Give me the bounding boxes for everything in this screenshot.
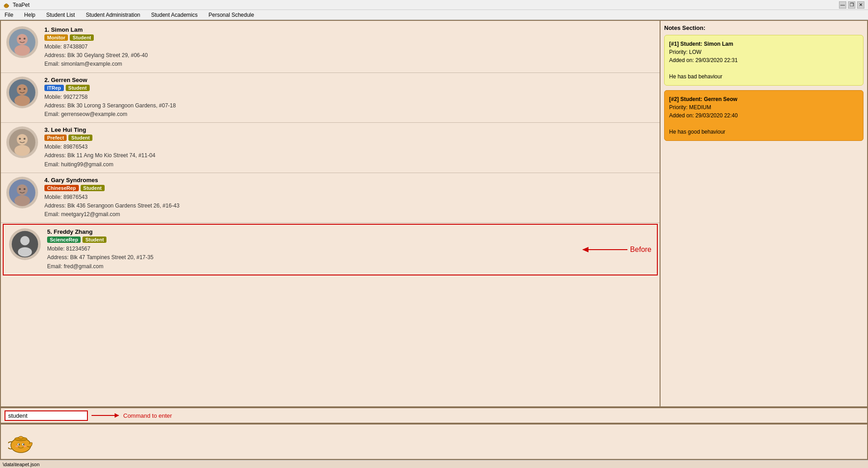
note-content: He has good behaviour — [669, 129, 725, 135]
student-detail: Mobile: 81234567Address: Blk 47 Tampines… — [47, 245, 576, 271]
student-info: 5. Freddy ZhangScienceRepStudentMobile: … — [47, 228, 576, 271]
student-name: 2. Gerren Seow — [44, 77, 654, 83]
student-avatar — [6, 177, 38, 208]
svg-point-18 — [17, 184, 28, 195]
before-annotation: Before — [582, 245, 651, 254]
student-panel: 1. Simon LamMonitorStudentMobile: 874388… — [0, 20, 660, 407]
close-button[interactable]: ✕ — [857, 1, 864, 9]
badge-student: Student — [66, 85, 90, 91]
student-avatar — [6, 77, 38, 108]
note-id: [#2] Student: Gerren Seow — [669, 96, 738, 102]
mascot-bar — [0, 424, 868, 460]
command-annotation-text: Command to enter — [123, 412, 172, 419]
note-priority: Priority: LOW — [669, 49, 701, 55]
badge-sciencerep: ScienceRep — [47, 236, 81, 243]
command-arrow — [92, 415, 119, 416]
badge-chineserep: ChineseRep — [44, 185, 79, 191]
student-info: 4. Gary SyndromesChineseRepStudentMobile… — [44, 177, 654, 219]
student-info: 2. Gerren SeowITRepStudentMobile: 992727… — [44, 77, 654, 119]
student-name: 5. Freddy Zhang — [47, 228, 576, 235]
svg-point-15 — [19, 138, 21, 140]
svg-point-20 — [19, 188, 21, 190]
main-area: 1. Simon LamMonitorStudentMobile: 874388… — [0, 20, 868, 407]
minimize-button[interactable]: — — [839, 1, 846, 9]
svg-point-32 — [19, 444, 20, 445]
note-added: Added on: 29/03/2020 22:31 — [669, 57, 738, 63]
note-id: [#1] Student: Simon Lam — [669, 41, 733, 47]
arrow-icon — [582, 245, 627, 254]
title-bar-left: TeaPet — [4, 2, 29, 8]
menu-student-academics[interactable]: Student Academics — [148, 11, 200, 19]
command-input[interactable] — [5, 410, 88, 421]
svg-point-10 — [19, 88, 21, 90]
student-card[interactable]: 2. Gerren SeowITRepStudentMobile: 992727… — [1, 73, 660, 123]
note-priority: Priority: MEDIUM — [669, 104, 711, 111]
student-badges: ChineseRepStudent — [44, 185, 654, 191]
student-card[interactable]: 3. Lee Hui TingPrefectStudentMobile: 898… — [1, 123, 660, 173]
svg-point-23 — [20, 236, 30, 246]
note-card: [#2] Student: Gerren Seow Priority: MEDI… — [664, 90, 863, 141]
note-content: He has bad behaviour — [669, 73, 722, 80]
badge-student: Student — [81, 185, 105, 191]
student-detail: Mobile: 89876543Address: Blk 11 Ang Mo K… — [44, 143, 654, 169]
student-detail: Mobile: 99272758Address: Blk 30 Lorong 3… — [44, 93, 654, 119]
restore-button[interactable]: ❐ — [848, 1, 855, 9]
svg-point-3 — [17, 34, 28, 45]
svg-point-11 — [24, 88, 25, 90]
before-label: Before — [630, 246, 651, 254]
badge-prefect: Prefect — [44, 135, 67, 141]
student-info: 3. Lee Hui TingPrefectStudentMobile: 898… — [44, 126, 654, 169]
student-name: 1. Simon Lam — [44, 26, 654, 33]
badge-monitor: Monitor — [44, 34, 68, 41]
notes-title: Notes Section: — [664, 24, 863, 31]
menu-personal-schedule[interactable]: Personal Schedule — [206, 11, 257, 19]
menu-student-list[interactable]: Student List — [43, 11, 77, 19]
title-bar-controls: — ❐ ✕ — [839, 1, 864, 9]
command-annotation: Command to enter — [92, 412, 172, 419]
svg-point-13 — [17, 134, 28, 145]
menu-student-admin[interactable]: Student Administration — [83, 11, 143, 19]
mascot-teapot — [8, 428, 35, 455]
svg-point-16 — [24, 138, 25, 140]
badge-student: Student — [68, 135, 92, 141]
svg-point-35 — [24, 445, 26, 447]
student-badges: ITRepStudent — [44, 85, 654, 91]
badge-student: Student — [82, 236, 106, 243]
svg-point-5 — [19, 38, 21, 39]
app-icon — [4, 2, 10, 8]
student-card[interactable]: 4. Gary SyndromesChineseRepStudentMobile… — [1, 173, 660, 223]
status-text: \data\teapet.json — [3, 462, 39, 467]
student-info: 1. Simon LamMonitorStudentMobile: 874388… — [44, 26, 654, 69]
student-badges: ScienceRepStudent — [47, 236, 576, 243]
note-added: Added on: 29/03/2020 22:40 — [669, 112, 738, 119]
badge-student: Student — [70, 34, 94, 41]
badge-itrep: ITRep — [44, 85, 64, 91]
title-bar: TeaPet — ❐ ✕ — [0, 0, 868, 10]
svg-point-14 — [14, 145, 30, 156]
menu-help[interactable]: Help — [21, 11, 38, 19]
svg-point-1 — [5, 4, 7, 5]
command-bar: Command to enter — [0, 407, 868, 424]
student-card[interactable]: 5. Freddy ZhangScienceRepStudentMobile: … — [3, 224, 658, 275]
student-card[interactable]: 1. Simon LamMonitorStudentMobile: 874388… — [1, 23, 660, 73]
student-avatar — [6, 126, 38, 158]
note-card: [#1] Student: Simon Lam Priority: LOW Ad… — [664, 35, 863, 86]
status-bar: \data\teapet.json — [0, 460, 868, 468]
svg-point-29 — [19, 436, 23, 439]
student-badges: MonitorStudent — [44, 34, 654, 41]
student-name: 3. Lee Hui Ting — [44, 126, 654, 133]
svg-point-19 — [14, 195, 30, 206]
student-avatar — [9, 228, 41, 260]
svg-marker-26 — [582, 247, 588, 252]
student-badges: PrefectStudent — [44, 135, 654, 141]
menu-bar: File Help Student List Student Administr… — [0, 10, 868, 20]
student-name: 4. Gary Syndromes — [44, 177, 654, 183]
menu-file[interactable]: File — [2, 11, 16, 19]
svg-point-34 — [15, 445, 18, 447]
svg-point-21 — [24, 188, 25, 190]
student-detail: Mobile: 89876543Address: Blk 436 Serango… — [44, 193, 654, 219]
svg-point-24 — [18, 247, 32, 257]
svg-point-8 — [17, 84, 28, 95]
svg-point-6 — [24, 38, 25, 39]
app-title: TeaPet — [13, 2, 29, 8]
